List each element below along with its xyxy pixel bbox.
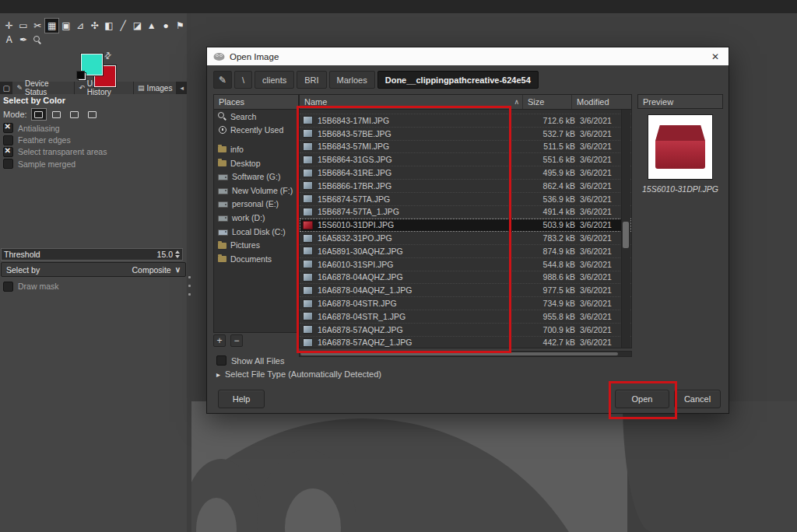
crop-tool-icon[interactable]: ▣ [59,19,72,33]
places-item[interactable]: Local Disk (C:) [214,225,298,239]
file-row[interactable]: 16A6878-04STR.JPG734.9 kB3/6/2021 [300,297,631,310]
default-colors-icon[interactable] [78,72,86,81]
menu-item[interactable] [90,6,101,8]
remove-bookmark-button[interactable]: − [230,334,243,347]
bucket-fill-tool-icon[interactable]: ◧ [102,19,115,33]
location-edit-icon[interactable]: ✎ [213,71,232,89]
places-item[interactable]: Recently Used [214,124,298,138]
dialog-titlebar[interactable]: Open Image ✕ [207,47,729,65]
file-row[interactable]: 15B6866-17BR.JPG862.4 kB3/6/2021 [300,180,631,193]
file-row[interactable]: 15B6874-57TA.JPG536.9 kB3/6/2021 [300,193,631,206]
checkbox-box[interactable] [3,282,13,292]
checkbox-box[interactable] [216,355,226,366]
selection-mode-add-icon[interactable] [50,109,64,120]
column-header-modified[interactable]: Modified [572,95,631,109]
menu-item[interactable] [58,6,68,8]
draw-mask-checkbox[interactable]: Draw mask [0,280,190,292]
menu-item[interactable] [68,6,79,8]
file-row[interactable]: 15B6874-57TA_1.JPG491.4 kB3/6/2021 [300,206,631,219]
clone-tool-icon[interactable]: ▲ [145,19,158,33]
places-item[interactable]: Documents [214,252,298,266]
file-row[interactable]: 16A6878-04AQHZ.JPG988.6 kB3/6/2021 [300,271,631,285]
scissors-tool-icon[interactable]: ✂ [31,19,44,33]
file-row[interactable]: 15B6843-57MI.JPG511.5 kB3/6/2021 [300,141,631,154]
checkbox-box[interactable] [3,135,13,145]
dock-collapse-icon[interactable]: ◂ [177,82,187,94]
breadcrumb[interactable]: clients [255,71,294,89]
dock-menu-icon[interactable]: ▢ [0,82,12,94]
eraser-tool-icon[interactable]: ◪ [131,19,144,33]
file-row[interactable]: 16A6878-57AQHZ_1.JPG442.7 kB3/6/2021 [300,337,631,348]
dock-tab[interactable]: ▤Images [134,82,176,94]
file-row[interactable]: 15S6010-31DPI.JPG503.9 kB3/6/2021 [300,219,631,232]
checkbox-box[interactable] [3,147,13,157]
places-item[interactable]: Desktop [214,156,298,170]
file-row[interactable]: 16A5832-31PO.JPG783.2 kB3/6/2021 [300,232,631,245]
menu-item[interactable] [112,6,123,8]
selection-mode-subtract-icon[interactable] [68,109,82,120]
file-row[interactable]: 15B6843-57BE.JPG532.7 kB3/6/2021 [300,128,631,141]
close-icon[interactable]: ✕ [702,47,729,65]
file-row[interactable]: 16A6010-31SPI.JPG544.8 kB3/6/2021 [300,258,631,271]
move-tool-icon[interactable]: ✛ [2,19,16,33]
select-by-color-tool-icon[interactable]: ▦ [45,19,58,33]
text-tool-icon[interactable]: A [2,33,16,47]
selection-mode-replace-icon[interactable] [32,109,46,120]
places-item[interactable]: Search [214,110,298,124]
breadcrumb[interactable]: BRI [297,71,326,89]
menu-item[interactable] [101,6,112,8]
menu-item[interactable] [79,6,90,8]
unified-transform-tool-icon[interactable]: ⊿ [74,19,87,33]
places-item[interactable]: New Volume (F:) [214,184,298,198]
places-item[interactable]: Software (G:) [214,170,298,184]
file-row[interactable]: 16A6878-57AQHZ.JPG700.9 kB3/6/2021 [300,324,631,337]
tool-option-checkbox[interactable]: Antialiasing [0,122,187,134]
checkbox-box[interactable] [3,123,13,133]
places-item[interactable]: work (D:) [214,211,298,225]
ink-tool-icon[interactable]: ✒ [16,33,30,47]
open-button[interactable]: Open [615,390,669,408]
select-by-dropdown[interactable]: Select by Composite ∨ [1,262,186,277]
menu-item[interactable] [36,6,47,8]
add-bookmark-button[interactable]: + [213,334,226,347]
places-item[interactable]: personal (E:) [214,198,298,212]
menu-item[interactable] [3,6,14,8]
zoom-tool-icon[interactable] [31,33,44,47]
breadcrumb[interactable]: \ [234,71,252,89]
menu-item[interactable] [25,6,36,8]
help-button[interactable]: Help [218,390,265,408]
tool-option-checkbox[interactable]: Select transparent areas [0,146,187,158]
tool-option-checkbox[interactable]: Sample merged [0,158,187,170]
menu-item[interactable] [14,6,25,8]
places-item[interactable]: Pictures [214,238,298,252]
menu-item[interactable] [47,6,58,8]
cancel-button[interactable]: Cancel [674,390,721,408]
file-row[interactable]: 16A5891-30AQHZ.JPG874.9 kB3/6/2021 [300,245,631,258]
tool-option-checkbox[interactable]: Feather edges [0,134,187,145]
handle-transform-tool-icon[interactable]: ✣ [88,19,101,33]
paintbrush-tool-icon[interactable]: ╱ [117,19,130,33]
show-all-files-checkbox[interactable]: Show All Files [216,355,284,366]
paths-tool-icon[interactable]: ⚑ [174,19,187,33]
horizontal-scrollbar[interactable] [299,351,632,357]
scrollbar-thumb[interactable] [300,352,618,355]
places-item[interactable]: info [214,142,298,156]
column-header-name[interactable]: Name ∧ [300,95,523,109]
panel-splitter[interactable] [187,13,191,532]
breadcrumb[interactable]: Done__clippingpathcreative-624e54 [377,71,539,89]
selection-mode-intersect-icon[interactable] [86,109,100,120]
select-file-type-expander[interactable]: ▸ Select File Type (Automatically Detect… [216,369,381,379]
vertical-scrollbar[interactable] [621,110,630,348]
file-row[interactable]: 15B6864-31RE.JPG495.9 kB3/6/2021 [300,166,631,180]
file-row[interactable]: 15B6843-17MI.JPG712.6 kB3/6/2021 [300,114,631,128]
places-header[interactable]: Places [214,95,298,110]
scrollbar-thumb[interactable] [623,222,629,248]
file-row[interactable]: 15B6864-31GS.JPG551.6 kB3/6/2021 [300,153,631,166]
file-row[interactable]: 16A6878-04STR_1.JPG955.8 kB3/6/2021 [300,310,631,324]
file-row[interactable]: 16A6878-04AQHZ_1.JPG977.5 kB3/6/2021 [300,284,631,297]
spinner-icon[interactable] [175,250,182,258]
dock-tab[interactable]: ✎Device Status [12,82,74,94]
swap-colors-icon[interactable]: ⇄ [102,50,114,62]
checkbox-box[interactable] [3,159,13,169]
column-header-size[interactable]: Size [523,95,572,109]
